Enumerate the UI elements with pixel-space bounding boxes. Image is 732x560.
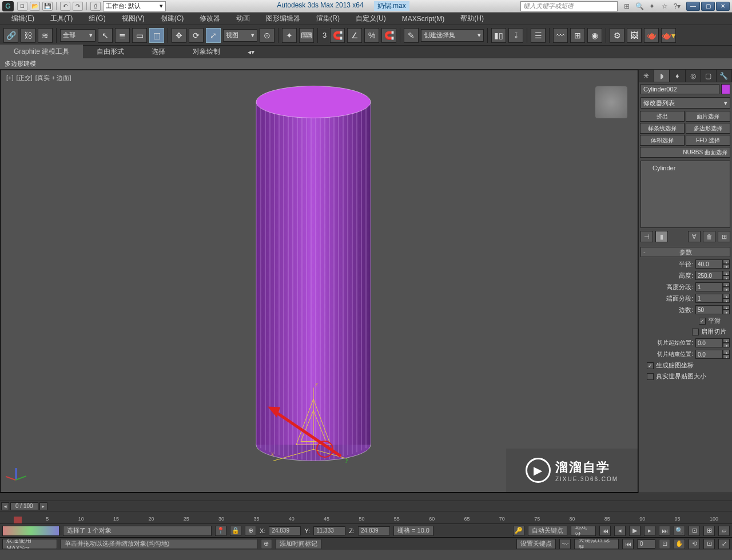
input-sides[interactable]: 50 [695, 305, 723, 314]
manipulate-icon[interactable]: ✦ [282, 28, 297, 43]
play-start-icon[interactable]: ⏮ [599, 526, 611, 536]
nav-minmax-icon[interactable]: ⤢ [718, 539, 730, 549]
nav-zoom-icon[interactable]: 🔍 [674, 526, 685, 536]
stack-show-end-icon[interactable]: ▮ [655, 231, 668, 242]
keyfilters-button[interactable]: 关键点过滤器 [574, 539, 619, 549]
cmdtab-modify-icon[interactable]: ◗ [654, 70, 670, 82]
snap-toggle-icon[interactable]: 🧲 [330, 28, 345, 43]
infocenter-icon[interactable]: ⊞ [622, 2, 631, 11]
cmdtab-motion-icon[interactable]: ◎ [686, 70, 701, 82]
add-time-tag[interactable]: 添加时间标记 [276, 539, 321, 549]
qat-undo-icon[interactable]: ↶ [60, 2, 70, 11]
gotoframe-prev-icon[interactable]: ⏮ [622, 539, 634, 549]
qat-link-icon[interactable]: ⎙ [90, 2, 101, 11]
chk-realworld[interactable] [647, 373, 654, 380]
autokey-button[interactable]: 自动关键点 [528, 526, 567, 536]
cylinder-object[interactable]: z x y [239, 79, 399, 467]
select-region-rect-icon[interactable]: ▭ [132, 28, 147, 43]
spinner-snap-icon[interactable]: 🧲 [381, 28, 396, 43]
stack-config-icon[interactable]: ⊞ [718, 231, 730, 242]
render-frame-icon[interactable]: 🖼 [627, 28, 642, 43]
coord-y[interactable]: 11.333 [313, 526, 345, 535]
cmdtab-display-icon[interactable]: ▢ [701, 70, 717, 82]
keyboard-shortcut-icon[interactable]: ⌨ [299, 28, 314, 43]
keymode-icon[interactable]: 〰 [559, 539, 571, 549]
qat-redo-icon[interactable]: ↷ [73, 2, 83, 11]
timetag-icon[interactable]: ⊕ [261, 539, 272, 549]
menu-tools[interactable]: 工具(T) [42, 12, 81, 25]
object-name-field[interactable]: Cylinder002 [640, 84, 719, 94]
viewport[interactable]: [+] [正交] [真实 + 边面] [0, 70, 638, 493]
layers-icon[interactable]: ☰ [531, 28, 546, 43]
timeconfig-icon[interactable]: ⊡ [659, 539, 670, 549]
chk-smooth[interactable] [699, 318, 706, 325]
input-height[interactable]: 250.0 [695, 271, 723, 280]
time-ruler[interactable]: 0510152025303540455055606570758085909510… [0, 511, 732, 523]
subscription-icon[interactable]: 🔍 [635, 2, 644, 11]
modifier-stack[interactable]: Cylinder [640, 161, 730, 228]
menu-group[interactable]: 组(G) [81, 12, 113, 25]
menu-rendering[interactable]: 渲染(R) [308, 12, 348, 25]
favorites-icon[interactable]: ☆ [660, 2, 669, 11]
coord-x[interactable]: 24.839 [269, 526, 301, 535]
qat-open-icon[interactable]: 📂 [30, 2, 40, 11]
time-next-icon[interactable]: ▸ [39, 502, 47, 510]
chk-slice[interactable] [692, 329, 699, 335]
unlink-icon[interactable]: ⛓ [21, 28, 35, 43]
viewport-hscroll[interactable] [0, 493, 732, 501]
cmdtab-utilities-icon[interactable]: 🔧 [717, 70, 732, 82]
modbtn-volsel[interactable]: 体积选择 [640, 135, 685, 146]
pivot-center-icon[interactable]: ⊙ [260, 28, 274, 43]
percent-snap-icon[interactable]: % [364, 28, 379, 43]
refcoord-dropdown[interactable]: 视图▾ [223, 29, 257, 42]
play-icon[interactable]: ▶ [629, 526, 640, 536]
angle-snap-icon[interactable]: ∠ [347, 28, 362, 43]
window-crossing-icon[interactable]: ◫ [149, 28, 164, 43]
menu-create[interactable]: 创建(C) [153, 12, 192, 25]
spindown-icon[interactable]: ▾ [723, 264, 730, 269]
abs-transform-icon[interactable]: ⊕ [245, 526, 256, 536]
coord-z[interactable]: 24.839 [358, 526, 390, 535]
time-marker[interactable] [14, 517, 22, 523]
play-next-icon[interactable]: ▸ [644, 526, 655, 536]
render-setup-icon[interactable]: ⚙ [610, 28, 624, 43]
move-icon[interactable]: ✥ [172, 28, 186, 43]
selected-only[interactable]: 选定对 [571, 526, 596, 536]
spinup-icon[interactable]: ▴ [723, 259, 730, 264]
time-slider[interactable]: ◂ 0 / 100 ▸ [0, 501, 732, 511]
app-icon[interactable]: G [2, 1, 14, 11]
input-sliceto[interactable]: 0.0 [695, 350, 723, 359]
exchange-icon[interactable]: ✦ [647, 2, 657, 11]
curve-editor-icon[interactable]: 〰 [553, 28, 568, 43]
input-cseg[interactable]: 1 [695, 294, 723, 303]
lock-icon[interactable]: 🔒 [230, 526, 241, 536]
modbtn-polysel[interactable]: 多边形选择 [686, 123, 730, 134]
menu-help[interactable]: 帮助(H) [452, 12, 492, 25]
modbtn-ffdsel[interactable]: FFD 选择 [686, 135, 730, 146]
time-prev-icon[interactable]: ◂ [1, 502, 9, 510]
select-object-icon[interactable]: ↖ [98, 28, 113, 43]
current-frame[interactable]: 0 [637, 539, 655, 549]
named-sel-edit-icon[interactable]: ✎ [404, 28, 419, 43]
selection-filter-dropdown[interactable]: 全部▾ [60, 29, 96, 42]
modbtn-extrude[interactable]: 挤出 [640, 111, 685, 122]
qat-new-icon[interactable]: 🗋 [17, 2, 27, 11]
maximize-button[interactable]: ▢ [701, 2, 715, 11]
named-selection-dropdown[interactable]: 创建选择集▾ [421, 29, 484, 42]
qat-save-icon[interactable]: 💾 [42, 2, 53, 11]
cmdtab-hierarchy-icon[interactable]: ♦ [670, 70, 685, 82]
search-input[interactable]: 键入关键字或短语 [520, 1, 618, 11]
menu-maxscript[interactable]: MAXScript(M) [394, 13, 453, 25]
maxscript-listener[interactable]: 欢迎使用 MAXScr [2, 539, 57, 549]
viewport-label[interactable]: [+] [正交] [真实 + 边面] [6, 74, 72, 82]
scale-icon[interactable]: ⤢ [206, 28, 221, 43]
menu-animation[interactable]: 动画 [228, 12, 258, 25]
rotate-icon[interactable]: ⟳ [189, 28, 204, 43]
input-hseg[interactable]: 1 [695, 282, 723, 291]
setkey-button[interactable]: 设置关键点 [516, 539, 556, 549]
help-icon[interactable]: ?▾ [673, 2, 682, 11]
link-icon[interactable]: 🔗 [3, 28, 18, 43]
selection-lock-icon[interactable]: 📍 [215, 526, 226, 536]
nav-pan-icon[interactable]: ✋ [674, 539, 685, 549]
menu-customize[interactable]: 自定义(U) [348, 12, 394, 25]
